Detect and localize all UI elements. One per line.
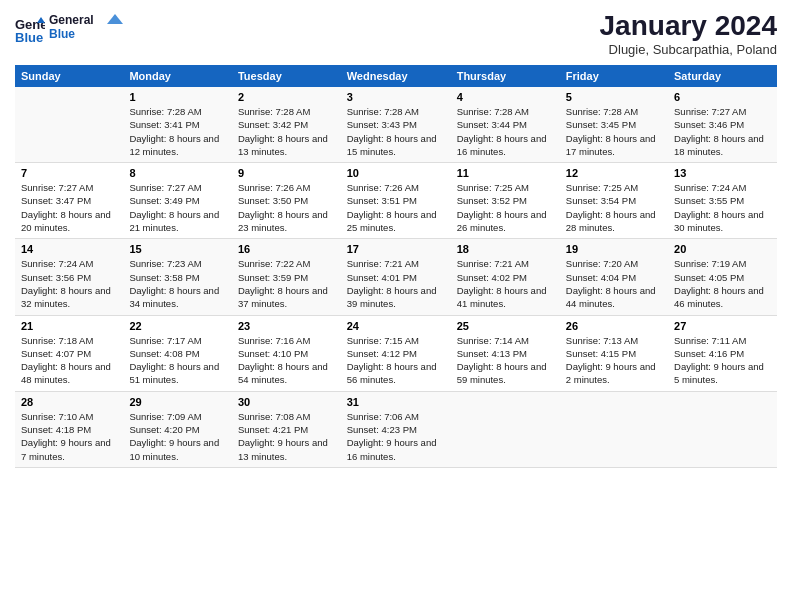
week-row-2: 14Sunrise: 7:24 AMSunset: 3:56 PMDayligh… [15,239,777,315]
weekday-header-friday: Friday [560,65,668,87]
weekday-header-saturday: Saturday [668,65,777,87]
day-number: 5 [566,91,662,103]
day-number: 3 [347,91,445,103]
calendar-cell: 2Sunrise: 7:28 AMSunset: 3:42 PMDaylight… [232,87,341,163]
day-info: Sunrise: 7:16 AMSunset: 4:10 PMDaylight:… [238,334,335,387]
day-info: Sunrise: 7:27 AMSunset: 3:49 PMDaylight:… [129,181,226,234]
day-number: 6 [674,91,771,103]
day-number: 2 [238,91,335,103]
calendar-cell [668,391,777,467]
day-info: Sunrise: 7:06 AMSunset: 4:23 PMDaylight:… [347,410,445,463]
logo-icon: General Blue [15,15,45,45]
day-info: Sunrise: 7:13 AMSunset: 4:15 PMDaylight:… [566,334,662,387]
day-number: 23 [238,320,335,332]
calendar-cell: 20Sunrise: 7:19 AMSunset: 4:05 PMDayligh… [668,239,777,315]
day-info: Sunrise: 7:28 AMSunset: 3:43 PMDaylight:… [347,105,445,158]
day-info: Sunrise: 7:25 AMSunset: 3:52 PMDaylight:… [457,181,554,234]
svg-text:General: General [49,13,94,27]
day-info: Sunrise: 7:21 AMSunset: 4:02 PMDaylight:… [457,257,554,310]
day-number: 25 [457,320,554,332]
day-info: Sunrise: 7:15 AMSunset: 4:12 PMDaylight:… [347,334,445,387]
calendar-table: SundayMondayTuesdayWednesdayThursdayFrid… [15,65,777,468]
day-number: 27 [674,320,771,332]
calendar-cell [451,391,560,467]
location: Dlugie, Subcarpathia, Poland [600,42,777,57]
calendar-cell: 30Sunrise: 7:08 AMSunset: 4:21 PMDayligh… [232,391,341,467]
day-info: Sunrise: 7:21 AMSunset: 4:01 PMDaylight:… [347,257,445,310]
calendar-cell: 1Sunrise: 7:28 AMSunset: 3:41 PMDaylight… [123,87,232,163]
calendar-cell: 31Sunrise: 7:06 AMSunset: 4:23 PMDayligh… [341,391,451,467]
calendar-cell: 16Sunrise: 7:22 AMSunset: 3:59 PMDayligh… [232,239,341,315]
calendar-cell: 3Sunrise: 7:28 AMSunset: 3:43 PMDaylight… [341,87,451,163]
day-number: 17 [347,243,445,255]
day-number: 19 [566,243,662,255]
weekday-header-wednesday: Wednesday [341,65,451,87]
calendar-cell: 10Sunrise: 7:26 AMSunset: 3:51 PMDayligh… [341,163,451,239]
day-number: 16 [238,243,335,255]
calendar-cell: 4Sunrise: 7:28 AMSunset: 3:44 PMDaylight… [451,87,560,163]
calendar-cell [15,87,123,163]
calendar-cell: 19Sunrise: 7:20 AMSunset: 4:04 PMDayligh… [560,239,668,315]
title-block: January 2024 Dlugie, Subcarpathia, Polan… [600,10,777,57]
calendar-cell: 9Sunrise: 7:26 AMSunset: 3:50 PMDaylight… [232,163,341,239]
week-row-3: 21Sunrise: 7:18 AMSunset: 4:07 PMDayligh… [15,315,777,391]
week-row-0: 1Sunrise: 7:28 AMSunset: 3:41 PMDaylight… [15,87,777,163]
calendar-cell: 17Sunrise: 7:21 AMSunset: 4:01 PMDayligh… [341,239,451,315]
day-info: Sunrise: 7:18 AMSunset: 4:07 PMDaylight:… [21,334,117,387]
day-info: Sunrise: 7:09 AMSunset: 4:20 PMDaylight:… [129,410,226,463]
svg-marker-5 [107,14,123,24]
day-info: Sunrise: 7:19 AMSunset: 4:05 PMDaylight:… [674,257,771,310]
day-number: 29 [129,396,226,408]
week-row-4: 28Sunrise: 7:10 AMSunset: 4:18 PMDayligh… [15,391,777,467]
day-number: 13 [674,167,771,179]
day-info: Sunrise: 7:20 AMSunset: 4:04 PMDaylight:… [566,257,662,310]
calendar-cell: 14Sunrise: 7:24 AMSunset: 3:56 PMDayligh… [15,239,123,315]
week-row-1: 7Sunrise: 7:27 AMSunset: 3:47 PMDaylight… [15,163,777,239]
day-number: 22 [129,320,226,332]
month-title: January 2024 [600,10,777,42]
day-number: 24 [347,320,445,332]
day-number: 10 [347,167,445,179]
day-info: Sunrise: 7:28 AMSunset: 3:41 PMDaylight:… [129,105,226,158]
header: General Blue General Blue January 2024 D… [15,10,777,57]
calendar-cell: 29Sunrise: 7:09 AMSunset: 4:20 PMDayligh… [123,391,232,467]
day-info: Sunrise: 7:08 AMSunset: 4:21 PMDaylight:… [238,410,335,463]
svg-text:Blue: Blue [15,30,43,45]
calendar-cell: 26Sunrise: 7:13 AMSunset: 4:15 PMDayligh… [560,315,668,391]
day-number: 1 [129,91,226,103]
calendar-cell: 12Sunrise: 7:25 AMSunset: 3:54 PMDayligh… [560,163,668,239]
day-number: 14 [21,243,117,255]
day-info: Sunrise: 7:26 AMSunset: 3:51 PMDaylight:… [347,181,445,234]
calendar-cell: 15Sunrise: 7:23 AMSunset: 3:58 PMDayligh… [123,239,232,315]
calendar-cell: 11Sunrise: 7:25 AMSunset: 3:52 PMDayligh… [451,163,560,239]
day-info: Sunrise: 7:17 AMSunset: 4:08 PMDaylight:… [129,334,226,387]
day-number: 4 [457,91,554,103]
calendar-cell: 8Sunrise: 7:27 AMSunset: 3:49 PMDaylight… [123,163,232,239]
main-container: General Blue General Blue January 2024 D… [0,0,792,612]
calendar-cell: 23Sunrise: 7:16 AMSunset: 4:10 PMDayligh… [232,315,341,391]
calendar-cell: 28Sunrise: 7:10 AMSunset: 4:18 PMDayligh… [15,391,123,467]
calendar-cell [560,391,668,467]
day-info: Sunrise: 7:23 AMSunset: 3:58 PMDaylight:… [129,257,226,310]
day-info: Sunrise: 7:11 AMSunset: 4:16 PMDaylight:… [674,334,771,387]
calendar-cell: 13Sunrise: 7:24 AMSunset: 3:55 PMDayligh… [668,163,777,239]
day-number: 8 [129,167,226,179]
day-number: 31 [347,396,445,408]
calendar-cell: 27Sunrise: 7:11 AMSunset: 4:16 PMDayligh… [668,315,777,391]
day-info: Sunrise: 7:24 AMSunset: 3:55 PMDaylight:… [674,181,771,234]
day-info: Sunrise: 7:27 AMSunset: 3:47 PMDaylight:… [21,181,117,234]
day-number: 15 [129,243,226,255]
day-number: 7 [21,167,117,179]
day-number: 11 [457,167,554,179]
weekday-header-sunday: Sunday [15,65,123,87]
calendar-cell: 7Sunrise: 7:27 AMSunset: 3:47 PMDaylight… [15,163,123,239]
calendar-cell: 22Sunrise: 7:17 AMSunset: 4:08 PMDayligh… [123,315,232,391]
day-number: 9 [238,167,335,179]
day-info: Sunrise: 7:25 AMSunset: 3:54 PMDaylight:… [566,181,662,234]
day-number: 18 [457,243,554,255]
weekday-header-monday: Monday [123,65,232,87]
day-info: Sunrise: 7:27 AMSunset: 3:46 PMDaylight:… [674,105,771,158]
day-number: 21 [21,320,117,332]
day-number: 20 [674,243,771,255]
weekday-header-row: SundayMondayTuesdayWednesdayThursdayFrid… [15,65,777,87]
